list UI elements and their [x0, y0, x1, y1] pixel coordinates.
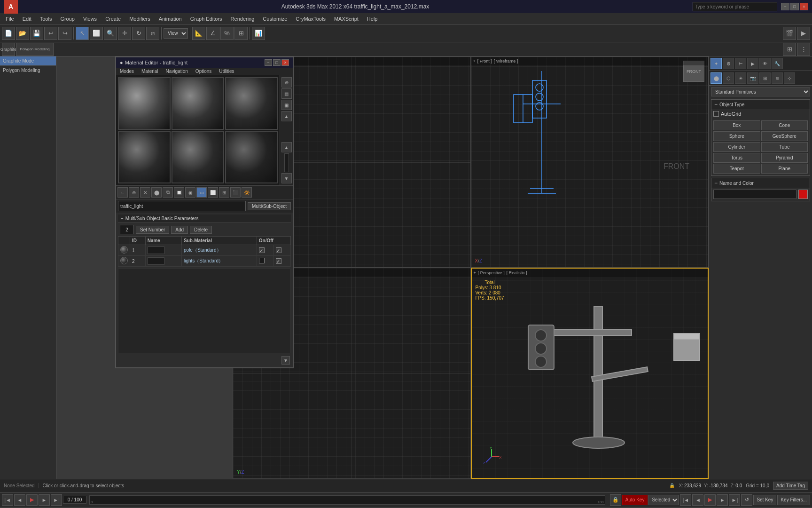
rp-icon-lights[interactable]: ☀: [735, 72, 746, 84]
params-minus[interactable]: −: [121, 216, 124, 221]
me-tb-5[interactable]: ⧉: [163, 187, 173, 198]
select-name-button[interactable]: 🔍: [104, 27, 117, 40]
persp-vp-view-label[interactable]: [ Perspective ]: [478, 270, 505, 275]
key-filters-button[interactable]: Key Filters...: [777, 495, 810, 505]
playback-loop-btn[interactable]: ↺: [741, 494, 752, 506]
me-tb-11[interactable]: ⬛: [230, 187, 241, 198]
mat-sphere-2[interactable]: [172, 77, 224, 130]
polygon-modeling-btn[interactable]: Polygon Modeling: [0, 66, 56, 75]
redo-button[interactable]: ↪: [58, 27, 71, 40]
snap-button[interactable]: 📐: [192, 27, 205, 40]
select-button[interactable]: ↖: [76, 27, 89, 40]
prev-frame-btn[interactable]: ◄: [14, 494, 25, 506]
row1-check2[interactable]: ✓: [276, 247, 281, 253]
mat-sphere-5[interactable]: [172, 131, 224, 183]
menu-tools[interactable]: Tools: [36, 15, 56, 23]
playback-next2-btn[interactable]: ►: [717, 494, 728, 506]
me-scroll-down[interactable]: ▼: [281, 173, 292, 183]
autogrid-checkbox[interactable]: [713, 111, 719, 117]
obj-btn-teapot[interactable]: Teapot: [713, 164, 760, 174]
name-color-minus[interactable]: −: [714, 180, 718, 186]
material-type-button[interactable]: Multi/Sub-Object: [248, 202, 291, 210]
timeline[interactable]: 0 100: [89, 495, 605, 505]
graphite-button[interactable]: Graphite: [2, 43, 15, 56]
menu-modifiers[interactable]: Modifiers: [125, 15, 154, 23]
playback-prev-btn[interactable]: |◄: [680, 494, 691, 506]
color-swatch[interactable]: [798, 190, 808, 199]
lock-icon[interactable]: 🔒: [669, 483, 675, 488]
rp-icon-systems[interactable]: ⊹: [784, 72, 795, 84]
menu-graph-editors[interactable]: Graph Editors: [187, 15, 226, 23]
app-logo[interactable]: A: [4, 0, 18, 14]
sub-mat-sphere-2[interactable]: [120, 257, 128, 264]
mat-sphere-1[interactable]: [118, 77, 171, 130]
primitives-dropdown[interactable]: Standard Primitives: [711, 87, 810, 96]
row2-name-input[interactable]: [148, 257, 164, 265]
viewport-perspective[interactable]: + [ Perspective ] [ Realistic ] Total Po…: [471, 268, 709, 479]
obj-btn-torus[interactable]: Torus: [713, 153, 760, 163]
rp-icon-spacewarps[interactable]: ≋: [772, 72, 783, 84]
me-tb-8[interactable]: ▭: [196, 187, 207, 198]
next-frame-btn[interactable]: ►: [39, 494, 50, 506]
scale-button[interactable]: ⧄: [146, 27, 159, 40]
obj-btn-tube[interactable]: Tube: [761, 142, 808, 152]
obj-btn-cone[interactable]: Cone: [761, 120, 808, 130]
menu-file[interactable]: File: [2, 15, 18, 23]
align-button[interactable]: ⋮: [797, 43, 810, 56]
me-scroll-up[interactable]: ▲: [281, 142, 292, 152]
obj-btn-pyramid[interactable]: Pyramid: [761, 153, 808, 163]
percent-snap-button[interactable]: %: [220, 27, 234, 40]
menu-create[interactable]: Create: [102, 15, 125, 23]
me-tb-12[interactable]: 🔆: [242, 187, 252, 198]
row2-check2[interactable]: ✓: [276, 258, 281, 264]
row2-submaterial[interactable]: lights（Standard）: [182, 256, 257, 267]
menu-rendering[interactable]: Rendering: [227, 15, 258, 23]
me-menu-options[interactable]: Options: [192, 68, 215, 75]
graphite-mode-btn[interactable]: Graphite Mode: [0, 56, 56, 66]
obj-btn-plane[interactable]: Plane: [761, 164, 808, 174]
front-vp-plus[interactable]: +: [473, 59, 476, 64]
render-button[interactable]: ▶: [797, 27, 810, 40]
row1-check1[interactable]: ✓: [259, 247, 265, 253]
rp-icon-cameras[interactable]: 📷: [747, 72, 758, 84]
go-to-end-btn[interactable]: ►|: [51, 494, 62, 506]
auto-key-button[interactable]: Auto Key: [622, 495, 648, 505]
obj-btn-box[interactable]: Box: [713, 120, 760, 130]
row1-name-input[interactable]: [148, 246, 164, 254]
minimize-button[interactable]: −: [781, 3, 789, 10]
set-number-button[interactable]: Set Number: [136, 226, 169, 234]
select-region-button[interactable]: ⬜: [90, 27, 103, 40]
front-vp-render-label[interactable]: [ Wireframe ]: [494, 59, 518, 64]
rp-icon-hierarchy[interactable]: ⊢: [735, 58, 746, 69]
me-strip-btn-4[interactable]: ▲: [281, 111, 292, 121]
me-tb-3[interactable]: ✕: [140, 187, 150, 198]
viewport-front[interactable]: + [ Front ] [ Wireframe ]: [471, 56, 709, 268]
maximize-button[interactable]: □: [790, 3, 799, 10]
me-tb-6[interactable]: 🔲: [174, 187, 184, 198]
add-time-tag-button[interactable]: Add Time Tag: [773, 482, 808, 490]
material-editor-title-bar[interactable]: ● Material Editor - traffic_light − □ ×: [116, 57, 293, 68]
layer-button[interactable]: 📊: [252, 27, 265, 40]
object-name-input[interactable]: [713, 190, 796, 199]
me-tb-2[interactable]: ⊕: [129, 187, 139, 198]
front-vp-view-label[interactable]: [ Front ]: [477, 59, 492, 64]
me-maximize-btn[interactable]: □: [273, 59, 281, 66]
add-button[interactable]: Add: [171, 226, 188, 234]
me-tb-10[interactable]: ⊞: [219, 187, 229, 198]
menu-animation[interactable]: Animation: [155, 15, 186, 23]
rp-icon-helpers[interactable]: ⊞: [759, 72, 771, 84]
selected-dropdown[interactable]: Selected: [648, 495, 679, 505]
close-button[interactable]: ×: [800, 3, 808, 10]
set-number-input[interactable]: [120, 225, 134, 234]
me-menu-modes[interactable]: Modes: [116, 68, 138, 75]
render-setup-button[interactable]: 🎬: [783, 27, 796, 40]
rp-icon-modify[interactable]: ⚙: [723, 58, 734, 69]
rp-icon-utilities[interactable]: 🔧: [772, 58, 783, 69]
obj-btn-geosphere[interactable]: GeoSphere: [761, 131, 808, 141]
new-button[interactable]: 📄: [2, 27, 15, 40]
playback-play2-btn[interactable]: ▶: [704, 494, 716, 506]
view-dropdown[interactable]: View: [164, 28, 188, 39]
me-tb-9[interactable]: ⬜: [208, 187, 218, 198]
me-tb-1[interactable]: ←: [117, 187, 128, 198]
menu-edit[interactable]: Edit: [19, 15, 35, 23]
